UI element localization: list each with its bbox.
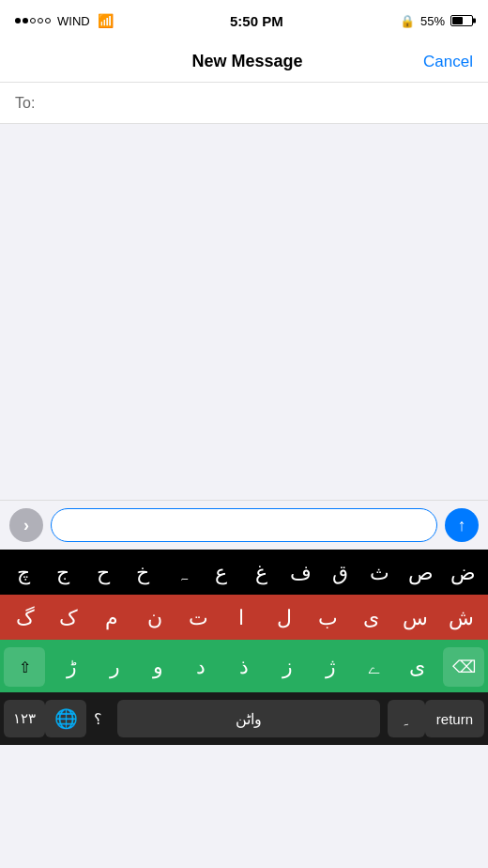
key-ha[interactable]: ہ <box>165 557 199 589</box>
signal-dot-2 <box>23 18 28 23</box>
key-waw[interactable]: و <box>141 651 175 683</box>
battery-icon <box>450 15 473 26</box>
key-ra[interactable]: ر <box>98 651 131 683</box>
key-ta[interactable]: ت <box>181 602 215 634</box>
send-icon: ↑ <box>458 517 466 534</box>
key-nun[interactable]: ن <box>138 602 172 634</box>
key-ye[interactable]: ی <box>354 602 388 634</box>
key-sad[interactable]: ص <box>403 557 439 589</box>
key-ye2[interactable]: ی <box>400 651 434 683</box>
key-gaf[interactable]: گ <box>8 602 42 634</box>
key-meem[interactable]: م <box>95 602 129 634</box>
send-button[interactable]: ↑ <box>445 508 479 542</box>
question-button[interactable]: ؟ <box>86 706 110 732</box>
key-fa[interactable]: ف <box>283 557 317 589</box>
keyboard: ض ص ث ق ف غ ع ہ خ ح ج چ ش س ی ب ل ا ت ن … <box>0 550 488 745</box>
signal-dot-5 <box>45 18 51 23</box>
key-tha[interactable]: ث <box>363 557 397 589</box>
signal-dots <box>15 18 51 23</box>
signal-dot-4 <box>38 18 43 23</box>
input-bar: › ↑ <box>0 500 488 550</box>
globe-button[interactable]: 🌐 <box>45 700 86 737</box>
to-label: To: <box>15 95 35 112</box>
expand-button[interactable]: › <box>9 508 43 542</box>
key-lam[interactable]: ل <box>267 602 301 634</box>
cancel-button[interactable]: Cancel <box>423 53 473 71</box>
key-seen[interactable]: س <box>397 602 434 634</box>
compose-area <box>0 124 488 500</box>
shift-icon: ⇧ <box>19 659 31 676</box>
nav-bar: New Message Cancel <box>0 41 488 83</box>
key-dal[interactable]: د <box>184 651 218 683</box>
signal-dot-3 <box>30 18 36 23</box>
key-jeem[interactable]: ج <box>46 557 80 589</box>
shift-button[interactable]: ⇧ <box>4 647 45 687</box>
key-zha[interactable]: ژ <box>313 651 347 683</box>
key-ye3[interactable]: ے <box>357 651 390 683</box>
keyboard-row-3: ⌫ ی ے ژ ز ذ د و ر ڑ ⇧ <box>0 640 488 692</box>
battery-percent: 55% <box>420 14 445 28</box>
key-ain[interactable]: ع <box>205 557 238 589</box>
battery-fill <box>452 17 463 24</box>
key-re[interactable]: ڑ <box>54 651 88 683</box>
lock-icon: 🔒 <box>400 14 415 28</box>
key-zal[interactable]: ذ <box>227 651 261 683</box>
key-ghain[interactable]: غ <box>244 557 278 589</box>
period-button[interactable]: ۔ <box>388 700 425 737</box>
key-haa[interactable]: ح <box>86 557 120 589</box>
return-button[interactable]: return <box>425 700 484 737</box>
signal-dot-1 <box>15 18 21 23</box>
carrier-label: WIND <box>57 14 90 28</box>
nav-title: New Message <box>192 52 303 71</box>
key-kaf[interactable]: ک <box>52 602 85 634</box>
expand-icon: › <box>23 516 29 535</box>
keyboard-row-2: ش س ی ب ل ا ت ن م ک گ <box>0 595 488 640</box>
status-right: 🔒 55% <box>400 14 473 28</box>
key-da[interactable]: ض <box>445 557 481 589</box>
status-left: WIND 📶 <box>15 13 114 28</box>
key-ba[interactable]: ب <box>311 602 344 634</box>
numbers-button[interactable]: ۱۲۳ <box>4 700 45 737</box>
status-time: 5:50 PM <box>230 13 283 29</box>
key-shin[interactable]: ش <box>443 602 480 634</box>
keyboard-row-1: ض ص ث ق ف غ ع ہ خ ح ج چ <box>0 550 488 595</box>
status-bar: WIND 📶 5:50 PM 🔒 55% <box>0 0 488 41</box>
key-kha[interactable]: خ <box>126 557 160 589</box>
message-input[interactable] <box>51 508 437 542</box>
key-qaf[interactable]: ق <box>323 557 357 589</box>
key-alef[interactable]: ا <box>224 602 258 634</box>
key-zay[interactable]: ز <box>270 651 304 683</box>
keyboard-row-4: return ۔ واٹن ؟ 🌐 ۱۲۳ <box>0 692 488 745</box>
to-input[interactable] <box>40 95 473 112</box>
to-field: To: <box>0 83 488 124</box>
key-che[interactable]: چ <box>7 557 40 589</box>
backspace-button[interactable]: ⌫ <box>443 647 484 687</box>
space-button[interactable]: واٹن <box>117 700 380 737</box>
wifi-icon: 📶 <box>98 13 114 28</box>
